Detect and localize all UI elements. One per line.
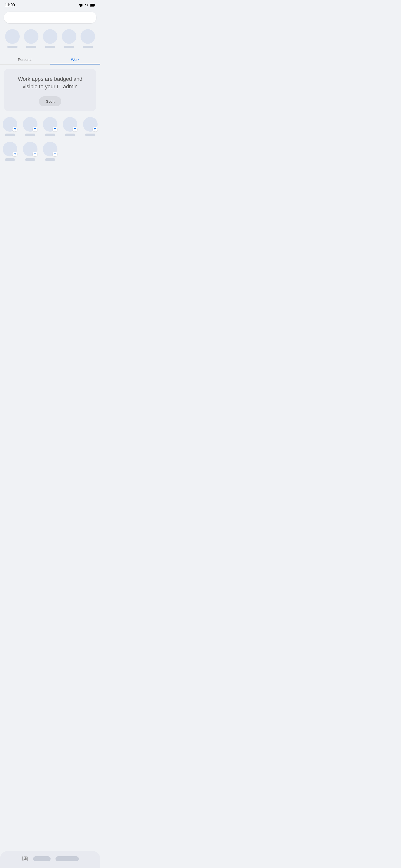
search-bar[interactable] bbox=[4, 12, 96, 23]
app-label-skeleton bbox=[83, 46, 93, 48]
work-app-label bbox=[25, 158, 35, 161]
work-app-row-2 bbox=[0, 140, 100, 165]
search-bar-container bbox=[0, 9, 100, 27]
app-circle-skeleton bbox=[62, 29, 76, 44]
work-badge bbox=[12, 127, 17, 132]
tab-personal[interactable]: Personal bbox=[0, 54, 50, 64]
list-item[interactable] bbox=[20, 117, 40, 136]
status-bar: 11:00 bbox=[0, 0, 100, 9]
work-app-label bbox=[65, 133, 75, 136]
app-circle-skeleton bbox=[43, 29, 57, 44]
status-icons bbox=[79, 3, 95, 7]
skeleton-app-grid bbox=[0, 27, 100, 54]
work-app-circle-wrapper bbox=[43, 117, 57, 132]
status-time: 11:00 bbox=[5, 3, 15, 7]
briefcase-icon bbox=[13, 128, 16, 131]
work-app-circle-wrapper bbox=[3, 117, 17, 132]
work-app-label bbox=[5, 158, 15, 161]
work-app-circle-wrapper bbox=[43, 142, 57, 156]
tab-work[interactable]: Work bbox=[50, 54, 100, 64]
work-app-label bbox=[45, 133, 55, 136]
app-label-skeleton bbox=[7, 46, 18, 48]
list-item bbox=[43, 29, 57, 48]
spacer bbox=[0, 165, 100, 213]
list-item bbox=[62, 29, 76, 48]
app-circle-skeleton bbox=[81, 29, 95, 44]
work-badge bbox=[53, 152, 57, 156]
briefcase-icon bbox=[94, 128, 97, 131]
got-it-button[interactable]: Got it bbox=[39, 96, 61, 106]
svg-rect-1 bbox=[95, 4, 95, 6]
work-badge bbox=[72, 127, 78, 132]
briefcase-icon bbox=[73, 128, 76, 131]
work-app-label bbox=[85, 133, 95, 136]
work-badge bbox=[93, 127, 98, 132]
work-badge bbox=[12, 152, 17, 156]
work-app-label bbox=[5, 133, 15, 136]
app-circle-skeleton bbox=[5, 29, 20, 44]
work-app-row-1 bbox=[0, 115, 100, 140]
work-app-circle-wrapper bbox=[23, 117, 37, 132]
work-app-label bbox=[25, 133, 35, 136]
list-item[interactable] bbox=[0, 142, 20, 161]
app-label-skeleton bbox=[64, 46, 74, 48]
work-badge bbox=[33, 152, 37, 156]
tabs-container: Personal Work bbox=[0, 54, 100, 65]
app-label-skeleton bbox=[45, 46, 55, 48]
list-item[interactable] bbox=[60, 117, 80, 136]
battery-icon bbox=[90, 3, 95, 7]
list-item[interactable] bbox=[40, 117, 60, 136]
list-item[interactable] bbox=[0, 117, 20, 136]
work-badge bbox=[53, 127, 57, 132]
work-app-circle-wrapper bbox=[3, 142, 17, 156]
wifi-icon bbox=[79, 3, 83, 7]
list-item bbox=[5, 29, 20, 48]
work-app-circle-wrapper bbox=[63, 117, 78, 132]
app-circle-skeleton bbox=[24, 29, 38, 44]
svg-rect-2 bbox=[90, 4, 94, 6]
app-label-skeleton bbox=[26, 46, 36, 48]
briefcase-icon bbox=[54, 128, 57, 131]
info-card-message: Work apps are badged and visible to your… bbox=[10, 75, 91, 91]
signal-icon bbox=[85, 3, 89, 7]
work-app-label bbox=[45, 158, 55, 161]
briefcase-icon bbox=[34, 153, 36, 155]
list-item[interactable] bbox=[80, 117, 100, 136]
work-badge bbox=[33, 127, 37, 132]
list-item bbox=[81, 29, 95, 48]
work-app-circle-wrapper bbox=[23, 142, 37, 156]
list-item[interactable] bbox=[40, 142, 60, 161]
briefcase-icon bbox=[34, 128, 36, 131]
work-app-circle-wrapper bbox=[83, 117, 98, 132]
list-item[interactable] bbox=[20, 142, 40, 161]
briefcase-icon bbox=[54, 153, 57, 155]
work-info-card: Work apps are badged and visible to your… bbox=[4, 69, 96, 111]
briefcase-icon bbox=[13, 153, 16, 155]
list-item bbox=[24, 29, 38, 48]
